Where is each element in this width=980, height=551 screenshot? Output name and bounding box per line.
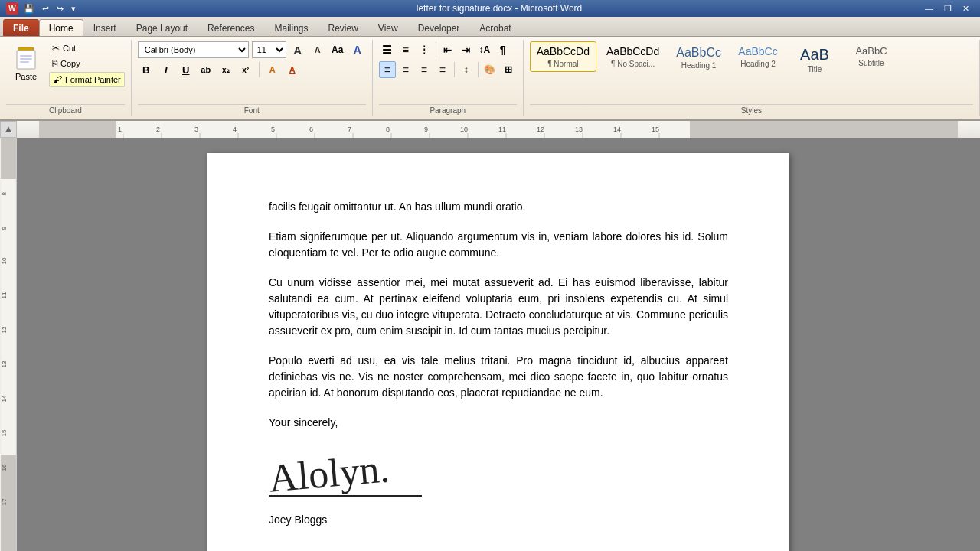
document-page[interactable]: facilis feugait omittantur ut. An has ul… bbox=[207, 153, 789, 551]
close-btn[interactable]: ✕ bbox=[958, 3, 974, 15]
paragraph-3: Cu unum vidisse assentior mei, mei mutat… bbox=[269, 275, 728, 339]
style-normal-label: ¶ Normal bbox=[547, 60, 578, 68]
align-center-btn[interactable]: ≡ bbox=[397, 61, 414, 78]
paste-icon bbox=[12, 44, 40, 72]
tab-insert[interactable]: Insert bbox=[83, 19, 126, 36]
paste-label: Paste bbox=[15, 72, 37, 81]
font-row1: Calibri (Body) 11 A A Aa A bbox=[138, 41, 366, 58]
font-group-label: Font bbox=[138, 104, 366, 115]
horizontal-ruler: 1 2 3 4 5 6 7 8 9 10 11 12 13 14 15 bbox=[17, 121, 980, 138]
style-no-spacing[interactable]: AaBbCcDd ¶ No Spaci... bbox=[599, 41, 666, 72]
clipboard-content: Paste ✂ Cut ⎘ Copy 🖌 Format Painter bbox=[6, 41, 125, 101]
vertical-ruler: 8 9 10 11 12 13 14 15 16 17 bbox=[0, 138, 17, 551]
multilevel-btn[interactable]: ⋮ bbox=[416, 41, 433, 58]
underline-btn[interactable]: U bbox=[178, 61, 194, 78]
styles-gallery: AaBbCcDd ¶ Normal AaBbCcDd ¶ No Spaci...… bbox=[530, 41, 898, 101]
numbering-btn[interactable]: ≡ bbox=[397, 41, 414, 58]
borders-btn[interactable]: ⊞ bbox=[500, 61, 517, 78]
undo-quick-btn[interactable]: ↩ bbox=[40, 3, 51, 15]
style-normal[interactable]: AaBbCcDd ¶ Normal bbox=[530, 41, 596, 72]
svg-rect-41 bbox=[1, 179, 16, 455]
paragraph-2: Etiam signiferumque per ut. Aliquando ar… bbox=[269, 229, 728, 261]
style-subtitle[interactable]: AaBbC Subtitle bbox=[844, 41, 898, 71]
style-title-preview: AaB bbox=[800, 45, 829, 64]
style-heading1-label: Heading 1 bbox=[681, 61, 717, 70]
line-spacing-btn[interactable]: ↕ bbox=[458, 61, 475, 78]
style-heading1-preview: AaBbCc bbox=[676, 45, 721, 60]
bullets-btn[interactable]: ☰ bbox=[379, 41, 396, 58]
subscript-btn[interactable]: x₂ bbox=[217, 61, 234, 78]
decrease-indent-btn[interactable]: ⇤ bbox=[439, 41, 456, 58]
increase-indent-btn[interactable]: ⇥ bbox=[458, 41, 475, 58]
word-icon: W bbox=[6, 2, 18, 15]
tab-home[interactable]: Home bbox=[39, 19, 83, 36]
format-painter-label: Format Painter bbox=[65, 75, 121, 84]
font-family-select[interactable]: Calibri (Body) bbox=[138, 41, 249, 58]
clipboard-group-label: Clipboard bbox=[6, 104, 125, 115]
style-title[interactable]: AaB Title bbox=[788, 41, 841, 77]
strikethrough-btn[interactable]: ab bbox=[198, 61, 214, 78]
paragraph-sincerely: Your sincerely, bbox=[269, 415, 728, 431]
bold-btn[interactable]: B bbox=[138, 61, 155, 78]
ruler-tab-btn[interactable] bbox=[0, 121, 17, 138]
clear-format-btn[interactable]: A bbox=[349, 41, 366, 58]
style-heading2[interactable]: AaBbCc Heading 2 bbox=[731, 41, 785, 72]
copy-button[interactable]: ⎘ Copy bbox=[49, 57, 125, 70]
align-right-btn[interactable]: ≡ bbox=[416, 61, 433, 78]
customize-quick-btn[interactable]: ▾ bbox=[69, 3, 78, 15]
sort-btn[interactable]: ↕A bbox=[476, 41, 493, 58]
ruler-area: 1 2 3 4 5 6 7 8 9 10 11 12 13 14 15 bbox=[0, 121, 980, 138]
shrink-font-btn[interactable]: A bbox=[309, 41, 326, 58]
svg-text:6: 6 bbox=[309, 126, 313, 133]
tab-acrobat[interactable]: Acrobat bbox=[469, 19, 521, 36]
signature-image: Alolyn. bbox=[267, 448, 390, 499]
tab-file[interactable]: File bbox=[3, 19, 39, 36]
tab-developer[interactable]: Developer bbox=[408, 19, 470, 36]
svg-text:10: 10 bbox=[1, 257, 8, 264]
svg-text:12: 12 bbox=[1, 326, 8, 333]
ruler-svg: 1 2 3 4 5 6 7 8 9 10 11 12 13 14 15 bbox=[17, 121, 980, 138]
styles-group: AaBbCcDd ¶ Normal AaBbCcDd ¶ No Spaci...… bbox=[524, 40, 980, 116]
ribbon-tabs: File Home Insert Page Layout References … bbox=[0, 17, 980, 37]
title-bar-left: W 💾 ↩ ↪ ▾ bbox=[6, 2, 78, 15]
copy-icon: ⎘ bbox=[52, 58, 57, 69]
cut-button[interactable]: ✂ Cut bbox=[49, 41, 125, 55]
format-painter-icon: 🖌 bbox=[53, 74, 62, 85]
font-size-select[interactable]: 11 bbox=[252, 41, 286, 58]
restore-btn[interactable]: ❐ bbox=[939, 3, 956, 15]
tab-references[interactable]: References bbox=[198, 19, 264, 36]
superscript-btn[interactable]: x² bbox=[237, 61, 254, 78]
shading-btn[interactable]: 🎨 bbox=[482, 61, 498, 78]
document-area[interactable]: facilis feugait omittantur ut. An has ul… bbox=[17, 138, 980, 551]
minimize-btn[interactable]: — bbox=[920, 3, 938, 15]
save-quick-btn[interactable]: 💾 bbox=[21, 3, 37, 15]
redo-quick-btn[interactable]: ↪ bbox=[54, 3, 66, 15]
svg-text:3: 3 bbox=[194, 126, 198, 133]
text-highlight-btn[interactable]: A bbox=[264, 61, 281, 78]
format-painter-button[interactable]: 🖌 Format Painter bbox=[49, 72, 125, 87]
font-color-btn[interactable]: A bbox=[284, 61, 301, 78]
svg-text:4: 4 bbox=[233, 126, 237, 133]
svg-text:16: 16 bbox=[1, 464, 8, 471]
grow-font-btn[interactable]: A bbox=[289, 41, 306, 58]
show-formatting-btn[interactable]: ¶ bbox=[495, 41, 511, 58]
change-case-btn[interactable]: Aa bbox=[329, 41, 346, 58]
style-subtitle-preview: AaBbC bbox=[855, 45, 887, 57]
tab-view[interactable]: View bbox=[368, 19, 408, 36]
justify-btn[interactable]: ≡ bbox=[434, 61, 451, 78]
italic-btn[interactable]: I bbox=[158, 61, 175, 78]
svg-text:15: 15 bbox=[652, 126, 659, 133]
tab-mailings[interactable]: Mailings bbox=[264, 19, 318, 36]
vertical-ruler-svg: 8 9 10 11 12 13 14 15 16 17 bbox=[0, 138, 17, 551]
main-area: 8 9 10 11 12 13 14 15 16 17 facilis feug… bbox=[0, 138, 980, 551]
align-left-btn[interactable]: ≡ bbox=[379, 61, 396, 78]
style-heading1[interactable]: AaBbCc Heading 1 bbox=[669, 41, 728, 73]
tab-page-layout[interactable]: Page Layout bbox=[126, 19, 198, 36]
svg-text:9: 9 bbox=[1, 227, 8, 230]
paste-button[interactable]: Paste bbox=[6, 41, 46, 84]
title-bar: W 💾 ↩ ↪ ▾ letter for signature.docx - Mi… bbox=[0, 0, 980, 17]
svg-text:12: 12 bbox=[537, 126, 544, 133]
para-row2: ≡ ≡ ≡ ≡ ↕ 🎨 ⊞ bbox=[379, 61, 517, 78]
svg-text:14: 14 bbox=[613, 126, 621, 133]
tab-review[interactable]: Review bbox=[318, 19, 368, 36]
